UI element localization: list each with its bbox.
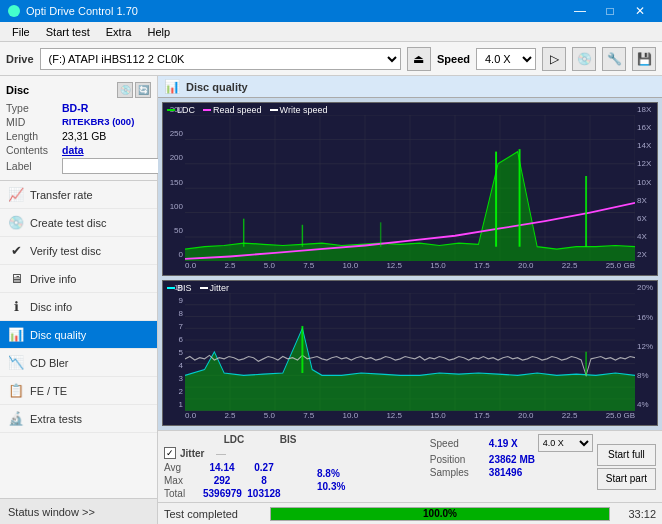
y-label-250: 250 xyxy=(163,129,185,138)
start-full-button[interactable]: Start full xyxy=(597,444,656,466)
bis-y-3: 3 xyxy=(163,374,185,383)
y-right-2x: 2X xyxy=(635,250,657,259)
bis-yr-8: 8% xyxy=(635,371,657,380)
bis-x-12_5: 12.5 xyxy=(386,411,402,425)
status-window-button[interactable]: Status window >> xyxy=(0,498,157,524)
eject-button[interactable]: ⏏ xyxy=(407,47,431,71)
menu-start-test[interactable]: Start test xyxy=(38,24,98,40)
sidebar-item-verify-test-disc[interactable]: ✔ Verify test disc xyxy=(0,237,157,265)
x-label-15: 15.0 xyxy=(430,261,446,275)
speed-val: 4.19 X xyxy=(489,438,534,449)
charts-container: LDC Read speed Write speed 300 250 200 1… xyxy=(158,98,662,430)
fe-te-label: FE / TE xyxy=(30,385,67,397)
sidebar-item-disc-quality[interactable]: 📊 Disc quality xyxy=(0,321,157,349)
bis-yr-16: 16% xyxy=(635,313,657,322)
samples-val: 381496 xyxy=(489,467,522,478)
ldc-max: 292 xyxy=(203,475,241,486)
read-speed-legend: Read speed xyxy=(213,105,262,115)
bis-avg: 0.27 xyxy=(245,462,283,473)
x-label-5: 5.0 xyxy=(264,261,275,275)
total-label: Total xyxy=(164,488,199,499)
minimize-button[interactable]: — xyxy=(566,0,594,22)
sidebar-item-fe-te[interactable]: 📋 FE / TE xyxy=(0,377,157,405)
menu-extra[interactable]: Extra xyxy=(98,24,140,40)
bis-y-7: 7 xyxy=(163,322,185,331)
y-right-18x: 18X xyxy=(635,105,657,114)
bis-y-4: 4 xyxy=(163,361,185,370)
mid-key: MID xyxy=(6,116,58,128)
bis-x-25: 25.0 GB xyxy=(606,411,635,425)
sidebar-item-drive-info[interactable]: 🖥 Drive info xyxy=(0,265,157,293)
disc-section-label: Disc xyxy=(6,84,29,96)
cd-bler-icon: 📉 xyxy=(8,355,24,371)
jitter-dash: — xyxy=(216,448,226,459)
sidebar-item-disc-info[interactable]: ℹ Disc info xyxy=(0,293,157,321)
x-label-7_5: 7.5 xyxy=(303,261,314,275)
sidebar: Disc 💿 🔄 Type BD-R MID RITEKBR3 (000) Le… xyxy=(0,76,158,524)
bis-legend: BIS xyxy=(177,283,192,293)
jitter-checkbox[interactable]: ✓ xyxy=(164,447,176,459)
bis-yr-20: 20% xyxy=(635,283,657,292)
maximize-button[interactable]: □ xyxy=(596,0,624,22)
x-label-25: 25.0 GB xyxy=(606,261,635,275)
transfer-rate-icon: 📈 xyxy=(8,187,24,203)
drive-bar: Drive (F:) ATAPI iHBS112 2 CL0K ⏏ Speed … xyxy=(0,42,662,76)
y-label-150: 150 xyxy=(163,178,185,187)
x-label-17_5: 17.5 xyxy=(474,261,490,275)
length-val: 23,31 GB xyxy=(62,130,106,142)
x-label-2_5: 2.5 xyxy=(224,261,235,275)
y-right-8x: 8X xyxy=(635,196,657,205)
status-window-label: Status window >> xyxy=(8,506,95,518)
speed-label-r: Speed xyxy=(430,438,485,449)
disc-quality-header: 📊 Disc quality xyxy=(158,76,662,98)
bis-x-15: 15.0 xyxy=(430,411,446,425)
close-button[interactable]: ✕ xyxy=(626,0,654,22)
disc-icon-1[interactable]: 💿 xyxy=(117,82,133,98)
y-right-14x: 14X xyxy=(635,141,657,150)
drive-info-label: Drive info xyxy=(30,273,76,285)
disc-quality-label: Disc quality xyxy=(30,329,86,341)
disc-icon-2[interactable]: 🔄 xyxy=(135,82,151,98)
sidebar-item-extra-tests[interactable]: 🔬 Extra tests xyxy=(0,405,157,433)
create-test-disc-icon: 💿 xyxy=(8,215,24,231)
ldc-chart-legend: LDC Read speed Write speed xyxy=(167,105,327,115)
y-right-12x: 12X xyxy=(635,159,657,168)
window-controls: — □ ✕ xyxy=(566,0,654,22)
bis-y-2: 2 xyxy=(163,387,185,396)
main-layout: Disc 💿 🔄 Type BD-R MID RITEKBR3 (000) Le… xyxy=(0,76,662,524)
status-text: Test completed xyxy=(164,508,264,520)
extra-tests-label: Extra tests xyxy=(30,413,82,425)
x-label-0: 0.0 xyxy=(185,261,196,275)
length-key: Length xyxy=(6,130,58,142)
x-label-22_5: 22.5 xyxy=(562,261,578,275)
contents-val[interactable]: data xyxy=(62,144,84,156)
content-area: 📊 Disc quality LDC Read speed Write spee… xyxy=(158,76,662,524)
speed-dropdown[interactable]: 4.0 X xyxy=(538,434,593,452)
y-right-6x: 6X xyxy=(635,214,657,223)
sidebar-item-create-test-disc[interactable]: 💿 Create test disc xyxy=(0,209,157,237)
menu-file[interactable]: File xyxy=(4,24,38,40)
bis-y-6: 6 xyxy=(163,335,185,344)
drive-action-btn1[interactable]: 💿 xyxy=(572,47,596,71)
speed-select[interactable]: 4.0 X 1.0 X 2.0 X 8.0 X xyxy=(476,48,536,70)
drive-save-btn[interactable]: 💾 xyxy=(632,47,656,71)
y-right-4x: 4X xyxy=(635,232,657,241)
ldc-legend: LDC xyxy=(177,105,195,115)
start-part-button[interactable]: Start part xyxy=(597,468,656,490)
verify-test-disc-label: Verify test disc xyxy=(30,245,101,257)
position-label: Position xyxy=(430,454,485,465)
verify-test-disc-icon: ✔ xyxy=(8,243,24,259)
speed-icon-btn[interactable]: ▷ xyxy=(542,47,566,71)
drive-select[interactable]: (F:) ATAPI iHBS112 2 CL0K xyxy=(40,48,401,70)
bis-x-22_5: 22.5 xyxy=(562,411,578,425)
drive-action-btn2[interactable]: 🔧 xyxy=(602,47,626,71)
stats-bar: LDC BIS ✓ Jitter — Avg 14.14 0.27 Max 29… xyxy=(158,430,662,502)
bis-x-5: 5.0 xyxy=(264,411,275,425)
bis-x-2_5: 2.5 xyxy=(224,411,235,425)
y-label-50: 50 xyxy=(163,226,185,235)
title-bar: Opti Drive Control 1.70 — □ ✕ xyxy=(0,0,662,22)
menu-help[interactable]: Help xyxy=(139,24,178,40)
sidebar-item-cd-bler[interactable]: 📉 CD Bler xyxy=(0,349,157,377)
disc-quality-icon: 📊 xyxy=(8,327,24,343)
sidebar-item-transfer-rate[interactable]: 📈 Transfer rate xyxy=(0,181,157,209)
